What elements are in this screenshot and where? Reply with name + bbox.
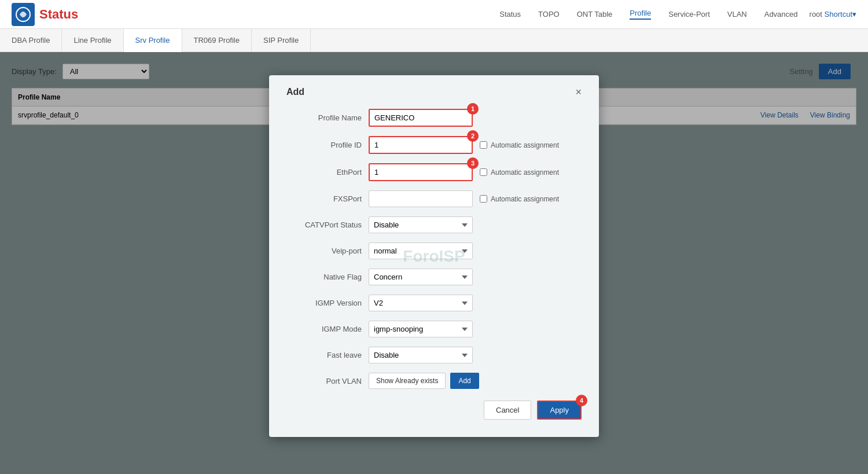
- fxsport-auto-group: Automatic assignment: [480, 195, 559, 203]
- modal-overlay: ForoISP Add × Profile Name 1 Profile ID: [0, 52, 868, 474]
- profile-name-row: Profile Name 1: [286, 109, 582, 127]
- tab-tr069-profile[interactable]: TR069 Profile: [182, 29, 252, 52]
- ethport-auto-group: Automatic assignment: [480, 168, 559, 177]
- tab-dba-profile[interactable]: DBA Profile: [0, 29, 62, 52]
- nav-service-port[interactable]: Service-Port: [668, 10, 710, 19]
- step-badge-3: 3: [467, 157, 479, 169]
- ethport-row: EthPort 3 Automatic assignment: [286, 163, 582, 181]
- fastleave-select[interactable]: Disable Enable: [369, 347, 473, 363]
- cancel-button[interactable]: Cancel: [484, 400, 531, 420]
- fastleave-label: Fast leave: [286, 351, 362, 359]
- catvport-select[interactable]: Disable Enable: [369, 216, 473, 233]
- logo-icon: [12, 3, 35, 26]
- ethport-label: EthPort: [286, 168, 362, 177]
- fxsport-wrapper: [369, 190, 473, 207]
- ethport-input[interactable]: [369, 163, 473, 181]
- profile-name-label: Profile Name: [286, 113, 362, 122]
- profile-id-label: Profile ID: [286, 141, 362, 149]
- ethport-auto-label: Automatic assignment: [491, 168, 559, 177]
- igmpmode-select[interactable]: igmp-snooping igmp-proxy: [369, 321, 473, 337]
- nativeflag-select[interactable]: Concern Ignore: [369, 269, 473, 285]
- modal-title: Add: [286, 87, 304, 97]
- add-vlan-button[interactable]: Add: [450, 373, 479, 389]
- step-badge-2: 2: [467, 130, 479, 142]
- profile-name-input[interactable]: [369, 109, 473, 127]
- nav-status[interactable]: Status: [499, 10, 521, 19]
- profile-id-input[interactable]: [369, 136, 473, 154]
- fxsport-auto-checkbox[interactable]: [480, 195, 487, 203]
- step-badge-4: 4: [576, 395, 587, 406]
- nav-shortcut[interactable]: Shortcut: [825, 10, 852, 19]
- nav-topo[interactable]: TOPO: [538, 10, 560, 19]
- ethport-auto-checkbox[interactable]: [480, 168, 487, 176]
- portvlan-label: Port VLAN: [286, 377, 362, 385]
- sub-tabs: DBA Profile Line Profile Srv Profile TR0…: [0, 29, 868, 52]
- veipport-label: Veip-port: [286, 247, 362, 255]
- profile-id-auto-label: Automatic assignment: [491, 141, 559, 149]
- profile-id-auto-checkbox[interactable]: [480, 141, 487, 149]
- apply-button[interactable]: Apply: [537, 400, 582, 420]
- veipport-select[interactable]: normal advanced: [369, 242, 473, 259]
- modal-close-button[interactable]: ×: [575, 87, 582, 97]
- logo-text: Status: [39, 7, 78, 22]
- veipport-row: Veip-port normal advanced: [286, 242, 582, 259]
- nativeflag-label: Native Flag: [286, 273, 362, 281]
- profile-id-row: Profile ID 2 Automatic assignment: [286, 136, 582, 154]
- igmpmode-row: IGMP Mode igmp-snooping igmp-proxy: [286, 321, 582, 337]
- profile-id-wrapper: 2: [369, 136, 473, 154]
- show-already-exists-button[interactable]: Show Already exists: [369, 373, 446, 389]
- profile-id-auto-group: Automatic assignment: [480, 141, 559, 149]
- igmpversion-label: IGMP Version: [286, 299, 362, 307]
- fxsport-auto-label: Automatic assignment: [491, 195, 559, 203]
- nav-user: root: [810, 10, 822, 19]
- top-navigation: Status Status TOPO ONT Table Profile Ser…: [0, 0, 868, 29]
- igmpmode-label: IGMP Mode: [286, 325, 362, 333]
- igmpversion-select[interactable]: V1 V2 V3: [369, 295, 473, 311]
- ethport-wrapper: 3: [369, 163, 473, 181]
- modal-dialog: ForoISP Add × Profile Name 1 Profile ID: [269, 75, 599, 437]
- modal-header: Add ×: [286, 87, 582, 97]
- fastleave-row: Fast leave Disable Enable: [286, 347, 582, 363]
- fxsport-row: FXSPort Automatic assignment: [286, 190, 582, 207]
- shortcut-arrow: ▾: [852, 10, 856, 19]
- nav-advanced[interactable]: Advanced: [764, 10, 798, 19]
- step-badge-1: 1: [467, 103, 479, 115]
- nav-profile[interactable]: Profile: [630, 9, 651, 20]
- fxsport-input[interactable]: [369, 190, 473, 207]
- profile-name-wrapper: 1: [369, 109, 473, 127]
- nav-ont-table[interactable]: ONT Table: [577, 10, 613, 19]
- tab-line-profile[interactable]: Line Profile: [62, 29, 123, 52]
- fxsport-label: FXSPort: [286, 194, 362, 203]
- portvlan-buttons: Show Already exists Add: [369, 373, 479, 389]
- modal-footer: Cancel Apply 4: [286, 400, 582, 420]
- content-area: Display Type: All Profile Name Pro... sr…: [0, 52, 868, 474]
- tab-srv-profile[interactable]: Srv Profile: [124, 29, 182, 52]
- logo-area: Status: [12, 3, 78, 26]
- tab-sip-profile[interactable]: SIP Profile: [252, 29, 311, 52]
- nav-links: Status TOPO ONT Table Profile Service-Po…: [101, 9, 797, 20]
- nav-vlan[interactable]: VLAN: [727, 10, 747, 19]
- nativeflag-row: Native Flag Concern Ignore: [286, 269, 582, 285]
- igmpversion-row: IGMP Version V1 V2 V3: [286, 295, 582, 311]
- catvport-label: CATVPort Status: [286, 221, 362, 229]
- portvlan-row: Port VLAN Show Already exists Add: [286, 373, 582, 389]
- catvport-row: CATVPort Status Disable Enable: [286, 216, 582, 233]
